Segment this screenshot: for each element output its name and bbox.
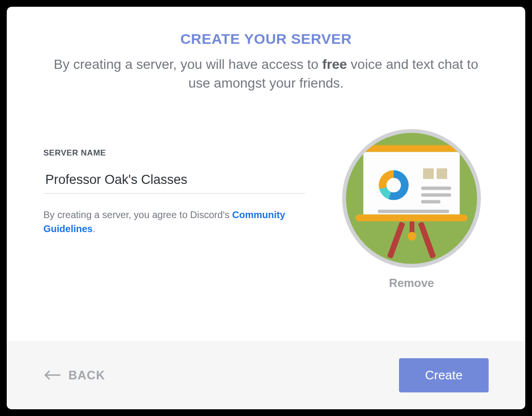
content-row: SERVER NAME By creating a server, you ag… — [43, 129, 489, 290]
subtitle-bold: free — [322, 57, 347, 72]
subtitle-text-before: By creating a server, you will have acce… — [54, 57, 322, 72]
modal-body: CREATE YOUR SERVER By creating a server,… — [7, 7, 525, 341]
agree-prefix: By creating a server, you agree to Disco… — [43, 209, 232, 220]
back-button-label: BACK — [68, 368, 105, 382]
agreement-text: By creating a server, you agree to Disco… — [43, 208, 306, 236]
modal-subtitle: By creating a server, you will have acce… — [43, 55, 489, 92]
back-button[interactable]: BACK — [43, 366, 105, 384]
create-button[interactable]: Create — [399, 358, 489, 392]
server-name-label: SERVER NAME — [43, 148, 306, 158]
modal-footer: BACK Create — [7, 341, 525, 409]
remove-avatar-button[interactable]: Remove — [389, 276, 434, 290]
modal-title: CREATE YOUR SERVER — [43, 31, 489, 47]
presentation-icon — [359, 145, 465, 256]
arrow-left-icon — [43, 366, 61, 384]
server-avatar-upload[interactable] — [342, 129, 481, 268]
agree-suffix: . — [93, 223, 95, 234]
create-server-modal: CREATE YOUR SERVER By creating a server,… — [7, 7, 525, 409]
server-name-input[interactable] — [43, 167, 306, 194]
form-column: SERVER NAME By creating a server, you ag… — [43, 129, 306, 236]
avatar-column: Remove — [334, 129, 489, 290]
